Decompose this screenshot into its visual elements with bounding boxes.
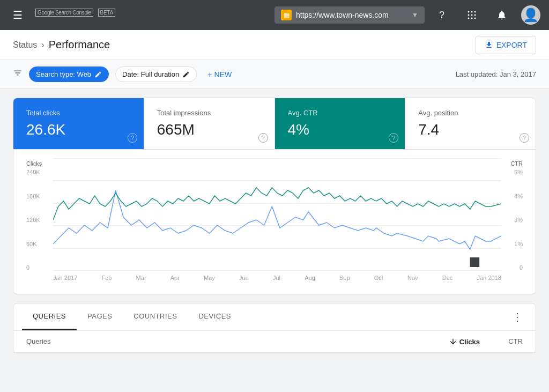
y-left-tick-180k: 180K [26,193,53,199]
tab-devices[interactable]: DEVICES [188,304,242,330]
x-tick-nov: Nov [407,275,418,281]
top-navigation: ☰ Google Search Console BETA https://www… [0,0,549,30]
tab-queries[interactable]: QUERIES [22,304,77,330]
search-type-filter[interactable]: Search type: Web [29,66,109,82]
svg-point-3 [468,14,470,16]
search-type-label: Search type: Web [36,70,91,78]
page-title: Performance [49,39,110,51]
app-logo: Google Search Console BETA [33,10,115,21]
svg-point-1 [471,11,473,13]
y-left-tick-60k: 60K [26,241,53,247]
tabs-more-menu[interactable]: ⋮ [508,306,527,328]
total-clicks-card[interactable]: Total clicks 26.6K ? [13,98,144,149]
metrics-row: Total clicks 26.6K ? Total impressions 6… [13,98,536,150]
chart-container: Clicks 240K 180K 120K 60K 0 [13,150,536,294]
svg-point-2 [474,11,476,13]
date-label: Date: Full duration [122,70,179,78]
performance-chart[interactable] [53,158,501,271]
export-label: EXPORT [496,41,527,49]
help-icon[interactable]: ? [431,4,452,26]
table-col-queries-header: Queries [26,337,449,346]
table-header: Queries Clicks CTR [13,331,536,353]
y-left-tick-0: 0 [26,264,53,271]
breadcrumb-separator: › [41,40,44,50]
svg-point-8 [474,18,476,19]
new-filter-button[interactable]: + NEW [203,67,236,82]
new-label: NEW [214,70,232,79]
total-clicks-value: 26.6K [26,121,131,138]
avg-ctr-card[interactable]: Avg. CTR 4% ? [275,98,406,149]
x-tick-jul: Jul [273,275,280,281]
breadcrumb-bar: Status › Performance EXPORT [0,30,549,60]
y-right-tick-3: 3% [514,217,523,223]
nav-icons: ? [431,4,540,26]
chart-tooltip-marker [470,257,479,267]
y-right-tick-0: 0 [520,264,523,271]
x-tick-feb: Feb [101,275,112,281]
url-bar[interactable]: https://www.town-news.com ▼ [274,6,425,24]
avg-position-card[interactable]: Avg. position 7.4 ? [405,98,536,149]
last-updated-text: Last updated: Jan 3, 2017 [456,70,536,78]
tabs-section: QUERIES PAGES COUNTRIES DEVICES ⋮ Querie… [13,303,536,353]
total-impressions-help-icon[interactable]: ? [258,133,268,143]
avg-ctr-label: Avg. CTR [288,109,392,117]
clicks-header-text: Clicks [459,338,480,346]
x-tick-dec: Dec [442,275,453,281]
site-favicon [281,10,292,20]
tabs-header: QUERIES PAGES COUNTRIES DEVICES ⋮ [13,304,536,331]
total-impressions-label: Total impressions [157,109,262,117]
total-impressions-value: 665M [157,121,262,138]
y-left-tick-120k: 120K [26,217,53,223]
table-col-ctr-header: CTR [480,337,523,346]
x-tick-jan2018: Jan 2018 [477,275,501,281]
svg-point-7 [471,18,473,19]
beta-badge: BETA [98,9,115,17]
y-axis-left-label: Clicks [26,160,53,167]
x-tick-jun: Jun [239,275,249,281]
breadcrumb-parent[interactable]: Status [13,40,37,50]
y-right-tick-5: 5% [514,169,523,175]
x-tick-jan2017: Jan 2017 [53,275,77,281]
x-tick-oct: Oct [374,275,383,281]
avg-position-value: 7.4 [418,121,523,138]
svg-point-0 [468,11,470,13]
user-avatar[interactable] [521,5,540,25]
x-tick-may: May [204,275,215,281]
x-tick-sep: Sep [339,275,350,281]
date-filter[interactable]: Date: Full duration [115,66,197,82]
y-right-tick-4: 4% [514,193,523,199]
svg-point-6 [468,18,470,19]
total-impressions-card[interactable]: Total impressions 665M ? [144,98,275,149]
export-button[interactable]: EXPORT [476,36,536,54]
tab-countries[interactable]: COUNTRIES [123,304,188,330]
apps-grid-icon[interactable] [461,4,483,26]
total-clicks-label: Total clicks [26,109,131,117]
menu-icon[interactable]: ☰ [9,4,27,26]
x-tick-apr: Apr [170,275,180,281]
total-clicks-help-icon[interactable]: ? [128,133,137,143]
x-tick-mar: Mar [136,275,146,281]
avg-position-label: Avg. position [418,109,523,117]
y-axis-right-label: CTR [510,160,523,167]
y-right-tick-1: 1% [514,241,523,247]
avg-ctr-value: 4% [288,121,392,138]
y-left-tick-240k: 240K [26,169,53,175]
svg-point-5 [474,14,476,16]
svg-point-4 [471,14,473,16]
site-url: https://www.town-news.com [296,11,407,19]
main-content: Total clicks 26.6K ? Total impressions 6… [0,89,549,362]
avg-ctr-help-icon[interactable]: ? [389,133,398,143]
url-dropdown-icon[interactable]: ▼ [412,11,418,19]
tab-pages[interactable]: PAGES [77,304,123,330]
notifications-icon[interactable] [491,4,513,26]
table-col-clicks-header: Clicks [449,337,480,346]
avg-position-help-icon[interactable]: ? [520,133,529,143]
logo-text: Google Search Console [35,9,93,17]
filter-icon[interactable] [13,68,23,80]
x-tick-aug: Aug [305,275,315,281]
filter-bar: Search type: Web Date: Full duration + N… [0,60,549,89]
